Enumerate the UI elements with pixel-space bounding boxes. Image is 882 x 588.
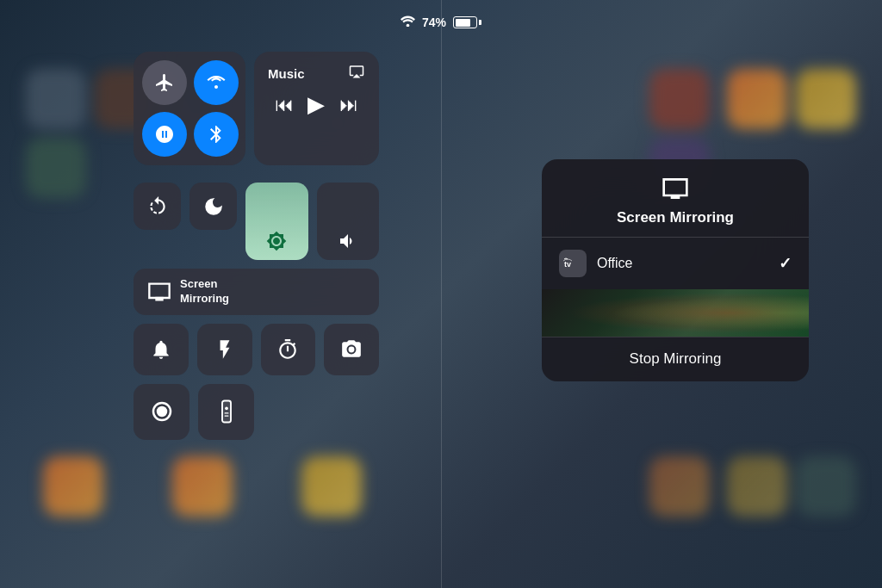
svg-rect-5: [222, 401, 231, 423]
music-title: Music: [268, 66, 305, 81]
controls-row-2: [134, 183, 379, 260]
wifi-icon: [401, 15, 415, 29]
music-widget: Music ⏮ ▶ ⏭: [254, 52, 379, 165]
connectivity-group: [134, 52, 245, 165]
svg-rect-8: [224, 416, 228, 417]
svg-point-4: [156, 406, 167, 418]
stop-mirroring-button[interactable]: Stop Mirroring: [542, 337, 809, 381]
bg-app-icon: [727, 69, 787, 129]
airplay-button[interactable]: [348, 64, 365, 83]
controls-row-4: [134, 384, 379, 440]
airplane-mode-button[interactable]: [142, 60, 187, 105]
rotation-lock-button[interactable]: [134, 183, 181, 230]
controls-row-3: [134, 324, 379, 375]
divider: [441, 0, 442, 588]
camera-button[interactable]: [324, 324, 379, 375]
bell-button[interactable]: [134, 324, 189, 375]
dialog-color-area: [542, 289, 809, 337]
wifi-toggle-button[interactable]: [194, 60, 239, 105]
dialog-header: Screen Mirroring: [542, 159, 809, 237]
status-bar: 74%: [401, 15, 481, 29]
bg-app-icon: [26, 69, 86, 129]
bg-app-icon: [172, 456, 233, 517]
timer-button[interactable]: [261, 324, 316, 375]
bg-app-icon: [796, 456, 856, 517]
screen-record-button[interactable]: [134, 384, 189, 440]
device-name-label: Office: [597, 256, 768, 271]
selected-checkmark: ✓: [779, 254, 792, 273]
bg-app-icon: [26, 138, 86, 198]
bg-app-icon: [301, 456, 362, 517]
brightness-slider[interactable]: [245, 183, 308, 260]
bg-app-icon: [43, 456, 103, 517]
play-button[interactable]: ▶: [307, 91, 325, 118]
cellular-button[interactable]: [142, 112, 187, 157]
stop-mirroring-label: Stop Mirroring: [630, 350, 722, 367]
svg-point-2: [349, 346, 355, 352]
bg-app-icon: [727, 456, 787, 517]
flashlight-button[interactable]: [197, 324, 252, 375]
fast-forward-button[interactable]: ⏭: [339, 94, 358, 116]
rewind-button[interactable]: ⏮: [275, 94, 294, 116]
svg-point-6: [225, 407, 228, 411]
battery-icon: [453, 16, 481, 28]
appletv-icon: tv: [559, 250, 587, 277]
screen-mirroring-label: ScreenMirroring: [180, 277, 229, 306]
svg-rect-7: [224, 413, 228, 414]
bluetooth-button[interactable]: [194, 112, 239, 157]
screen-mirroring-dialog: Screen Mirroring tv Office ✓ Stop Mirror…: [542, 159, 809, 381]
do-not-disturb-button[interactable]: [189, 183, 237, 230]
svg-rect-1: [155, 297, 163, 299]
bg-app-icon: [796, 69, 856, 129]
screen-mirror-dialog-icon: [662, 175, 689, 202]
office-device-item[interactable]: tv Office ✓: [542, 238, 809, 289]
tv-remote-button[interactable]: [198, 384, 254, 440]
svg-text:tv: tv: [564, 260, 571, 269]
bg-app-icon: [649, 69, 710, 129]
dialog-title: Screen Mirroring: [617, 209, 734, 226]
battery-percentage: 74%: [422, 15, 446, 29]
bg-app-icon: [649, 456, 710, 517]
svg-point-0: [407, 24, 410, 27]
volume-slider[interactable]: [317, 183, 380, 260]
screen-mirroring-button[interactable]: ScreenMirroring: [134, 269, 379, 315]
control-center: Music ⏮ ▶ ⏭: [134, 52, 379, 440]
